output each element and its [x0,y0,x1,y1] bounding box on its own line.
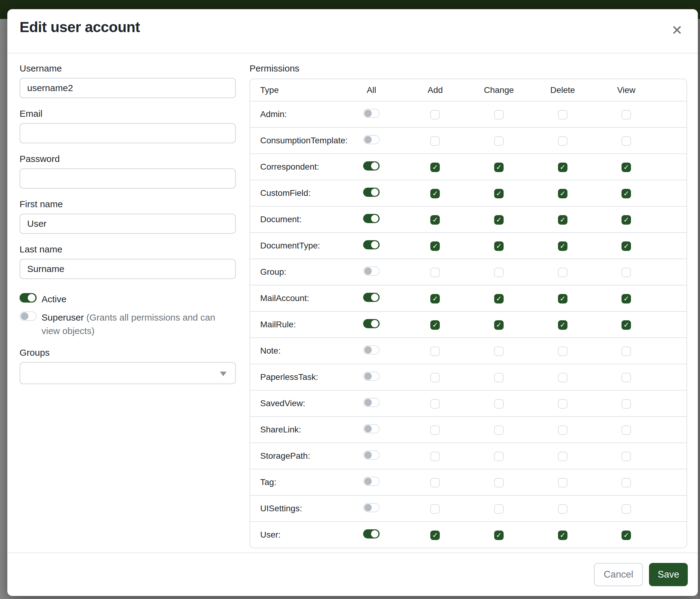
permission-change-checkbox[interactable] [494,530,504,540]
permission-all-toggle[interactable] [363,293,380,302]
permission-change-checkbox[interactable] [494,163,504,172]
permission-add-checkbox[interactable] [430,346,440,356]
last-name-input[interactable] [20,259,236,279]
permission-view-checkbox[interactable] [622,215,631,224]
permission-view-checkbox[interactable] [622,294,631,304]
permission-add-checkbox[interactable] [430,241,440,251]
permission-view-checkbox[interactable] [622,504,631,514]
permission-view-checkbox[interactable] [622,163,631,172]
groups-select[interactable] [20,362,236,384]
permission-change-checkbox[interactable] [494,110,504,119]
permission-all-toggle[interactable] [363,529,380,538]
permission-add-checkbox[interactable] [430,215,440,224]
permission-add-checkbox[interactable] [430,373,440,382]
password-input[interactable] [20,168,236,189]
permission-change-checkbox[interactable] [494,399,504,409]
permission-change-checkbox[interactable] [494,268,504,277]
permission-change-checkbox[interactable] [494,452,504,461]
cancel-button[interactable]: Cancel [594,563,643,586]
permission-view-checkbox[interactable] [622,530,631,540]
permission-add-checkbox[interactable] [430,399,440,409]
permission-change-checkbox[interactable] [494,189,504,198]
first-name-input[interactable] [20,214,236,234]
permission-change-checkbox[interactable] [494,215,504,224]
permission-change-checkbox[interactable] [494,504,504,514]
permission-change-checkbox[interactable] [494,346,504,356]
permission-delete-checkbox[interactable] [558,241,568,251]
permission-change-checkbox[interactable] [494,425,504,435]
permission-view-checkbox[interactable] [622,399,631,409]
permission-view-checkbox[interactable] [622,346,631,356]
permission-add-checkbox[interactable] [430,294,440,304]
toggle-knob [364,267,372,275]
permission-all-toggle[interactable] [363,109,380,118]
permission-delete-checkbox[interactable] [558,478,568,487]
permission-all-toggle[interactable] [363,451,380,460]
permission-change-checkbox[interactable] [494,241,504,251]
permission-delete-checkbox[interactable] [558,189,568,198]
permission-delete-checkbox[interactable] [558,320,568,330]
permission-change-checkbox[interactable] [494,373,504,382]
permission-all-toggle[interactable] [363,214,380,223]
permission-view-checkbox[interactable] [622,241,631,251]
permission-change-checkbox[interactable] [494,294,504,304]
permission-all-toggle[interactable] [363,345,380,355]
permission-change-checkbox[interactable] [494,478,504,487]
permission-view-checkbox[interactable] [622,189,631,198]
permission-add-checkbox[interactable] [430,268,440,277]
permission-delete-checkbox[interactable] [558,346,568,356]
permission-view-checkbox[interactable] [622,478,631,487]
permission-all-toggle[interactable] [363,398,380,407]
permission-delete-checkbox[interactable] [558,425,568,435]
permission-delete-checkbox[interactable] [558,163,568,172]
username-input[interactable] [20,78,236,98]
permission-delete-checkbox[interactable] [558,504,568,514]
permission-view-checkbox[interactable] [622,425,631,435]
permission-delete-checkbox[interactable] [558,136,568,146]
permission-all-toggle[interactable] [363,372,380,381]
permission-type-label: CustomField: [250,180,340,206]
permission-all-toggle[interactable] [363,319,380,328]
permission-all-toggle[interactable] [363,266,380,275]
permission-add-checkbox[interactable] [430,425,440,435]
permission-delete-checkbox[interactable] [558,373,568,382]
permission-change-checkbox[interactable] [494,320,504,330]
permission-add-checkbox[interactable] [430,504,440,514]
permission-all-toggle[interactable] [363,161,380,170]
permission-all-toggle[interactable] [363,477,380,486]
permission-add-checkbox[interactable] [430,478,440,487]
permission-all-toggle[interactable] [363,240,380,249]
permission-delete-checkbox[interactable] [558,452,568,461]
superuser-toggle[interactable] [20,311,36,321]
permission-add-checkbox[interactable] [430,452,440,461]
permission-view-checkbox[interactable] [622,452,631,461]
permission-all-toggle[interactable] [363,424,380,433]
permission-type-label: MailRule: [250,311,340,338]
permission-add-checkbox[interactable] [430,136,440,146]
permission-add-checkbox[interactable] [430,320,440,330]
permission-view-checkbox[interactable] [622,110,631,119]
permission-delete-checkbox[interactable] [558,294,568,304]
permission-row: StoragePath: [250,443,686,469]
permission-delete-checkbox[interactable] [558,268,568,277]
save-button[interactable]: Save [649,563,688,586]
email-input[interactable] [20,123,236,143]
permission-view-checkbox[interactable] [622,373,631,382]
permission-view-checkbox[interactable] [622,268,631,277]
permission-delete-checkbox[interactable] [558,110,568,119]
permission-add-checkbox[interactable] [430,110,440,119]
permission-add-checkbox[interactable] [430,163,440,172]
permission-all-toggle[interactable] [363,188,380,197]
permission-add-checkbox[interactable] [430,530,440,540]
active-toggle[interactable] [20,293,36,303]
permission-delete-checkbox[interactable] [558,215,568,224]
permission-all-toggle[interactable] [363,135,380,144]
permission-change-checkbox[interactable] [494,136,504,146]
close-button[interactable]: ✕ [670,23,684,37]
permission-view-checkbox[interactable] [622,320,631,330]
permission-delete-checkbox[interactable] [558,399,568,409]
permission-view-checkbox[interactable] [622,136,631,146]
permission-all-toggle[interactable] [363,503,380,512]
permission-add-checkbox[interactable] [430,189,440,198]
permission-delete-checkbox[interactable] [558,530,568,540]
